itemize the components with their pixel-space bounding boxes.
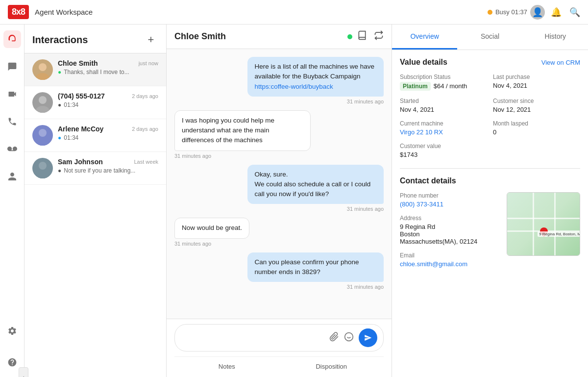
sidebar-icon-video[interactable] <box>3 85 21 103</box>
subscription-status-label: Subscription Status <box>400 74 487 80</box>
right-content: Value details View on CRM Subscription S… <box>392 50 588 377</box>
msg-time-4: 31 minutes ago <box>174 241 211 247</box>
contact-info-sam: Sam Johnson Last week ● Not sure if you … <box>58 158 158 174</box>
map-placeholder[interactable]: 9 Regina Rd, Boston, MA <box>507 192 580 256</box>
platinum-badge: Platinum <box>400 82 431 91</box>
msg-time-2: 31 minutes ago <box>174 153 211 159</box>
map-inner: 9 Regina Rd, Boston, MA <box>507 193 580 255</box>
interactions-header: Interactions + <box>24 25 166 53</box>
address-section: Address 9 Regina Rd Boston Massachusetts… <box>400 215 501 245</box>
value-details-grid: Subscription Status Platinum$64 / month … <box>400 74 580 158</box>
chat-icon-sam: ● <box>58 167 61 174</box>
customer-value-item: Customer value $1743 <box>400 143 487 158</box>
subscription-status-item: Subscription Status Platinum$64 / month <box>400 74 487 91</box>
bubble-3: Okay, sure.We could also schedule a call… <box>247 165 384 204</box>
svg-point-5 <box>36 139 49 146</box>
sidebar-icon-phone[interactable] <box>3 113 21 130</box>
chat-header-icons <box>357 30 384 43</box>
sidebar-icon-chat[interactable] <box>3 58 21 75</box>
message-4: Now would be great. 31 minutes ago <box>174 218 384 246</box>
map-road-horizontal-1 <box>507 218 580 219</box>
contact-detail-row: Phone number (800) 373-3411 Address 9 Re… <box>400 192 580 268</box>
book-icon[interactable] <box>357 30 367 43</box>
contact-preview-chloe: ● Thanks, shall I move to... <box>58 69 158 75</box>
current-machine-value[interactable]: Virgo 22 10 RX <box>400 128 487 136</box>
agent-avatar: 👤 <box>530 5 545 20</box>
msg-time-5: 31 minutes ago <box>347 284 384 290</box>
add-interaction-button[interactable]: + <box>144 32 158 47</box>
sidebar-icon-contacts[interactable] <box>3 168 21 185</box>
address-label: Address <box>400 215 501 222</box>
avatar-phone <box>32 92 53 113</box>
value-details-title: Value details <box>400 58 447 67</box>
bubble-5: Can you please confirm your phone number… <box>247 252 384 282</box>
contact-info-chloe: Chloe Smith just now ● Thanks, shall I m… <box>58 59 158 75</box>
svg-point-0 <box>39 63 47 71</box>
email-section: Email chloe.smith@gmail.com <box>400 252 501 268</box>
chat-header: Chloe Smith <box>167 25 392 49</box>
disposition-tab[interactable]: Disposition <box>279 361 384 372</box>
contact-item-chloe[interactable]: Chloe Smith just now ● Thanks, shall I m… <box>24 53 166 86</box>
contact-details-title: Contact details <box>400 176 456 185</box>
contact-item-phone[interactable]: (704) 555-0127 2 days ago ● 01:34 <box>24 86 166 119</box>
sidebar-icon-voicemail[interactable] <box>3 140 21 158</box>
bell-icon[interactable]: 🔔 <box>551 7 562 18</box>
contact-item-sam[interactable]: Sam Johnson Last week ● Not sure if you … <box>24 152 166 185</box>
emoji-icon[interactable] <box>344 332 354 344</box>
tab-overview[interactable]: Overview <box>392 25 457 50</box>
msg-time-3: 31 minutes ago <box>347 206 384 212</box>
sidebar-icon-settings[interactable] <box>3 322 21 340</box>
current-machine-item: Current machine Virgo 22 10 RX <box>400 120 487 136</box>
chat-input[interactable] <box>181 334 324 342</box>
avatar-arlene <box>32 125 53 146</box>
message-1: Here is a list of all the machines we ha… <box>174 57 384 104</box>
tab-social[interactable]: Social <box>457 25 522 50</box>
contact-item-arlene[interactable]: Arlene McCoy 2 days ago ● 01:34 <box>24 119 166 152</box>
value-details-header: Value details View on CRM <box>400 58 580 67</box>
avatar-sam <box>32 158 53 178</box>
phone-section: Phone number (800) 373-3411 <box>400 192 501 208</box>
started-item: Started Nov 4, 2021 <box>400 98 487 113</box>
view-crm-link[interactable]: View on CRM <box>541 59 580 66</box>
svg-point-6 <box>39 162 47 170</box>
subscription-status-value: Platinum$64 / month <box>400 82 487 91</box>
address-line2: Boston <box>400 230 501 238</box>
notes-tab[interactable]: Notes <box>174 361 279 372</box>
email-value[interactable]: chloe.smith@gmail.com <box>400 260 501 268</box>
whatsapp-icon-chloe: ● <box>58 69 61 75</box>
bubble-2: I was hoping you could help me understan… <box>174 110 311 151</box>
map-road-vertical-1 <box>533 193 534 255</box>
contact-name-arlene: Arlene McCoy <box>58 125 103 133</box>
status-text: Busy 01:37 <box>495 8 527 16</box>
svg-point-2 <box>39 96 47 104</box>
search-icon[interactable]: 🔍 <box>569 7 580 18</box>
avatar-chloe <box>32 59 53 80</box>
attachment-icon[interactable] <box>329 332 339 344</box>
svg-point-3 <box>36 106 49 113</box>
email-label: Email <box>400 252 501 259</box>
phone-value[interactable]: (800) 373-3411 <box>400 201 501 208</box>
campaign-link[interactable]: https:coffee-world/buyback <box>254 83 333 90</box>
sidebar-icon-headset[interactable] <box>3 30 21 48</box>
send-button[interactable] <box>359 328 377 347</box>
message-3: Okay, sure.We could also schedule a call… <box>174 165 384 212</box>
interactions-panel: Interactions + Chloe Smith just now ● Th… <box>24 25 167 377</box>
contact-info-phone: (704) 555-0127 2 days ago ● 01:34 <box>58 92 158 108</box>
top-nav: 8x8 Agent Workspace Busy 01:37 👤 🔔 🔍 <box>0 0 588 25</box>
app-title: Agent Workspace <box>35 8 482 16</box>
contact-info-arlene: Arlene McCoy 2 days ago ● 01:34 <box>58 125 158 141</box>
tab-history[interactable]: History <box>523 25 588 50</box>
svg-point-1 <box>36 73 49 80</box>
collapse-panel-button[interactable]: ‹ <box>19 367 28 377</box>
month-lapsed-label: Month lasped <box>493 120 580 127</box>
contact-details-header: Contact details <box>400 176 580 185</box>
last-purchase-item: Last purchase Nov 4, 2021 <box>493 74 580 91</box>
contact-name-chloe: Chloe Smith <box>58 59 98 67</box>
current-machine-label: Current machine <box>400 120 487 127</box>
contact-detail-info: Phone number (800) 373-3411 Address 9 Re… <box>400 192 501 268</box>
chat-icon-phone: ● <box>58 101 61 108</box>
nav-icons: 🔔 🔍 <box>551 7 580 18</box>
transfer-icon[interactable] <box>374 30 384 43</box>
phone-label: Phone number <box>400 192 501 199</box>
map-label: 9 Regina Rd, Boston, MA <box>538 231 580 237</box>
